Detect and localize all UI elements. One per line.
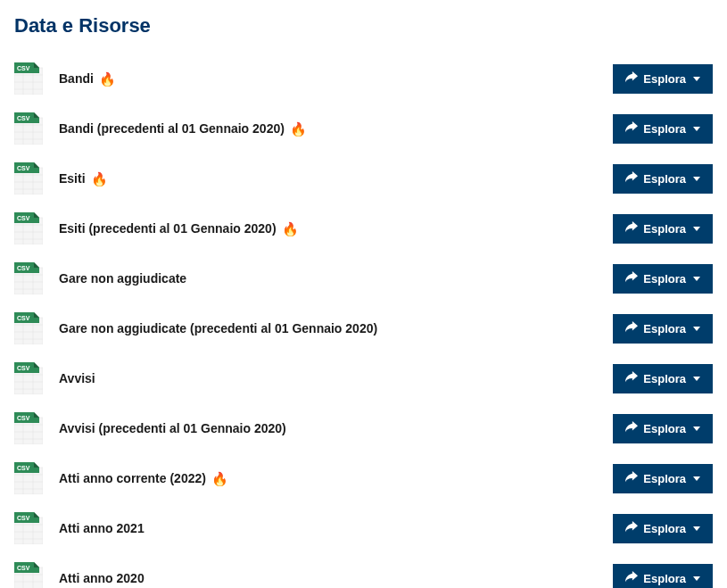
- explore-button[interactable]: Esplora: [613, 464, 713, 493]
- caret-down-icon: [693, 277, 700, 281]
- csv-file-icon: CSV: [14, 412, 43, 444]
- resource-title-text: Atti anno corrente (2022): [59, 471, 206, 485]
- resource-left: CSV Atti anno corrente (2022)🔥: [14, 462, 228, 494]
- csv-file-icon: CSV: [14, 562, 43, 588]
- resource-title-text: Atti anno 2020: [59, 571, 145, 585]
- resource-title-text: Bandi (precedenti al 01 Gennaio 2020): [59, 121, 285, 136]
- resource-title-link[interactable]: Esiti🔥: [59, 171, 108, 186]
- svg-text:CSV: CSV: [17, 415, 30, 421]
- resource-left: CSV Avvisi: [14, 362, 95, 394]
- resource-title-text: Atti anno 2021: [59, 521, 145, 535]
- share-arrow-icon: [625, 521, 638, 536]
- csv-file-icon: CSV: [14, 262, 43, 294]
- caret-down-icon: [693, 476, 700, 481]
- resource-title-text: Bandi: [59, 71, 94, 86]
- resource-list: CSV Bandi🔥 Esplora CSV Bandi (precedenti…: [14, 54, 713, 588]
- explore-button-label: Esplora: [643, 72, 686, 86]
- resource-title-text: Gare non aggiudicate (precedenti al 01 G…: [59, 321, 377, 335]
- explore-button[interactable]: Esplora: [613, 514, 713, 543]
- explore-button-label: Esplora: [643, 272, 686, 286]
- share-arrow-icon: [625, 71, 638, 87]
- svg-text:CSV: CSV: [17, 65, 30, 71]
- resource-row: CSV Avvisi (precedenti al 01 Gennaio 202…: [14, 403, 713, 453]
- share-arrow-icon: [625, 271, 638, 286]
- resource-left: CSV Gare non aggiudicate: [14, 262, 186, 294]
- svg-text:CSV: CSV: [17, 215, 30, 221]
- explore-button[interactable]: Esplora: [613, 364, 713, 393]
- resource-title-link[interactable]: Gare non aggiudicate (precedenti al 01 G…: [59, 321, 377, 335]
- csv-file-icon: CSV: [14, 112, 43, 145]
- share-arrow-icon: [625, 571, 638, 586]
- explore-button-label: Esplora: [643, 122, 686, 136]
- resource-title-link[interactable]: Atti anno 2020: [59, 571, 145, 585]
- explore-button[interactable]: Esplora: [613, 264, 713, 294]
- resource-row: CSV Esiti🔥 Esplora: [14, 153, 713, 203]
- caret-down-icon: [693, 77, 700, 81]
- caret-down-icon: [693, 227, 700, 231]
- csv-file-icon: CSV: [14, 62, 43, 95]
- resource-title-link[interactable]: Bandi🔥: [59, 71, 116, 86]
- resource-row: CSV Atti anno 2020 Esplora: [14, 553, 713, 588]
- resource-title-text: Gare non aggiudicate: [59, 271, 186, 286]
- explore-button-label: Esplora: [643, 172, 686, 186]
- caret-down-icon: [693, 177, 700, 181]
- explore-button[interactable]: Esplora: [613, 214, 713, 244]
- csv-file-icon: CSV: [14, 312, 43, 344]
- resource-title-link[interactable]: Atti anno 2021: [59, 521, 145, 535]
- resource-row: CSV Bandi🔥 Esplora: [14, 54, 713, 104]
- resource-title-text: Esiti (precedenti al 01 Gennaio 2020): [59, 221, 277, 236]
- caret-down-icon: [693, 427, 700, 431]
- resource-row: CSV Atti anno 2021 Esplora: [14, 503, 713, 553]
- explore-button[interactable]: Esplora: [613, 64, 713, 94]
- svg-text:CSV: CSV: [17, 565, 30, 571]
- share-arrow-icon: [625, 321, 638, 336]
- explore-button-label: Esplora: [643, 222, 686, 236]
- flame-icon: 🔥: [99, 72, 116, 86]
- resource-title-link[interactable]: Avvisi: [59, 371, 95, 385]
- resource-title-link[interactable]: Avvisi (precedenti al 01 Gennaio 2020): [59, 421, 286, 435]
- resource-title-link[interactable]: Atti anno corrente (2022)🔥: [59, 471, 228, 485]
- svg-text:CSV: CSV: [17, 315, 30, 321]
- resource-title-text: Esiti: [59, 171, 86, 186]
- share-arrow-icon: [625, 471, 638, 486]
- explore-button-label: Esplora: [643, 372, 686, 385]
- resource-title-link[interactable]: Gare non aggiudicate: [59, 271, 186, 286]
- explore-button[interactable]: Esplora: [613, 314, 713, 344]
- explore-button[interactable]: Esplora: [613, 414, 713, 443]
- svg-text:CSV: CSV: [17, 115, 30, 121]
- resource-left: CSV Gare non aggiudicate (precedenti al …: [14, 312, 377, 344]
- share-arrow-icon: [625, 421, 638, 436]
- flame-icon: 🔥: [282, 222, 299, 236]
- resource-row: CSV Avvisi Esplora: [14, 353, 713, 403]
- explore-button-label: Esplora: [643, 472, 686, 485]
- resource-row: CSV Atti anno corrente (2022)🔥 Esplora: [14, 453, 713, 503]
- explore-button[interactable]: Esplora: [613, 114, 713, 144]
- csv-file-icon: CSV: [14, 212, 43, 244]
- resource-row: CSV Gare non aggiudicate Esplora: [14, 253, 713, 303]
- flame-icon: 🔥: [211, 472, 228, 485]
- csv-file-icon: CSV: [14, 162, 43, 195]
- flame-icon: 🔥: [290, 122, 307, 136]
- explore-button[interactable]: Esplora: [613, 164, 713, 194]
- resource-left: CSV Atti anno 2020: [14, 562, 145, 588]
- resource-left: CSV Avvisi (precedenti al 01 Gennaio 202…: [14, 412, 286, 444]
- share-arrow-icon: [625, 371, 638, 386]
- explore-button[interactable]: Esplora: [613, 564, 713, 589]
- share-arrow-icon: [625, 221, 638, 236]
- csv-file-icon: CSV: [14, 462, 43, 494]
- caret-down-icon: [693, 327, 700, 331]
- share-arrow-icon: [625, 171, 638, 186]
- caret-down-icon: [693, 377, 700, 381]
- resource-title-link[interactable]: Esiti (precedenti al 01 Gennaio 2020)🔥: [59, 221, 299, 236]
- caret-down-icon: [693, 576, 700, 581]
- resource-title-link[interactable]: Bandi (precedenti al 01 Gennaio 2020)🔥: [59, 121, 307, 136]
- resource-left: CSV Esiti🔥: [14, 162, 108, 195]
- share-arrow-icon: [625, 121, 638, 137]
- resource-row: CSV Gare non aggiudicate (precedenti al …: [14, 303, 713, 353]
- explore-button-label: Esplora: [643, 572, 686, 585]
- resource-title-text: Avvisi: [59, 371, 95, 385]
- svg-text:CSV: CSV: [17, 265, 30, 271]
- explore-button-label: Esplora: [643, 422, 686, 435]
- caret-down-icon: [693, 127, 700, 131]
- csv-file-icon: CSV: [14, 362, 43, 394]
